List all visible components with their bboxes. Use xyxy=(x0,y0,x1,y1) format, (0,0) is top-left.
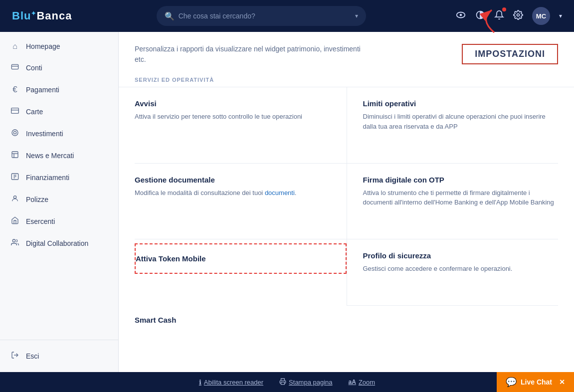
screen-reader-link[interactable]: ℹ Abilita screen reader xyxy=(199,379,263,386)
sidebar-item-carte[interactable]: Carte xyxy=(0,101,118,123)
gestione-title: Gestione documentale xyxy=(135,176,335,184)
sidebar-label-polizze: Polizze xyxy=(26,196,48,203)
service-limiti-operativi[interactable]: Limiti operativi Diminuisci i limiti ope… xyxy=(347,87,559,164)
zoom-link[interactable]: aA Zoom xyxy=(349,379,376,386)
service-profilo-sicurezza[interactable]: Profilo di sicurezza Gestisci come acced… xyxy=(347,239,559,306)
close-live-chat-icon[interactable]: ✕ xyxy=(559,378,565,386)
limiti-title: Limiti operativi xyxy=(363,99,559,108)
sidebar-label-esercenti: Esercenti xyxy=(26,217,55,225)
sidebar-label-carte: Carte xyxy=(26,108,43,116)
token-title: Attiva Token Mobile xyxy=(136,254,336,263)
search-input[interactable] xyxy=(179,12,351,20)
service-attiva-token-wrapper: Attiva Token Mobile xyxy=(135,239,347,306)
contrast-icon-button[interactable] xyxy=(475,10,485,22)
user-avatar-button[interactable]: MC xyxy=(532,7,550,25)
investimenti-icon xyxy=(10,129,20,139)
svg-rect-5 xyxy=(11,64,18,69)
main-layout: ⌂ Homepage Conti € Pagamenti Carte Inves… xyxy=(0,32,574,372)
service-firma-digitale[interactable]: Firma digitale con OTP Attiva lo strumen… xyxy=(347,164,559,240)
svg-rect-21 xyxy=(281,382,285,385)
logout-icon xyxy=(10,351,20,361)
impostazioni-header: Personalizza i rapporti da visualizzare … xyxy=(119,32,574,73)
limiti-description: Diminuisci i limiti operativi di alcune … xyxy=(363,112,559,131)
sidebar-item-news-mercati[interactable]: News e Mercati xyxy=(0,145,118,167)
conti-icon xyxy=(10,63,20,73)
search-dropdown-icon: ▾ xyxy=(355,12,358,19)
sidebar-item-homepage[interactable]: ⌂ Homepage xyxy=(0,36,118,57)
content-subtitle: Personalizza i rapporti da visualizzare … xyxy=(135,44,364,65)
sidebar-label-digital-collab: Digital Collaboration xyxy=(26,239,88,247)
finanziamenti-icon xyxy=(10,173,20,183)
svg-rect-7 xyxy=(11,108,19,114)
sidebar-label-esci: Esci xyxy=(26,352,39,360)
svg-point-1 xyxy=(460,13,462,16)
service-smart-cash[interactable]: Smart Cash xyxy=(135,306,347,356)
sidebar-label-pagamenti: Pagamenti xyxy=(26,86,59,94)
sidebar-label-conti: Conti xyxy=(26,64,42,72)
sidebar-label-investimenti: Investimenti xyxy=(26,130,63,138)
esercenti-icon xyxy=(10,216,20,226)
bottom-bar: ℹ Abilita screen reader Stampa pagina aA… xyxy=(0,372,574,392)
section-label-services: SERVIZI ED OPERATIVITÀ xyxy=(119,73,574,87)
digital-collab-icon xyxy=(10,238,20,248)
info-icon: ℹ xyxy=(199,379,201,386)
avvisi-description: Attiva il servizio per tenere sotto cont… xyxy=(135,112,335,122)
documenti-link[interactable]: documenti xyxy=(265,189,295,196)
search-bar[interactable]: 🔍 ▾ xyxy=(157,6,366,26)
top-navigation: Blu✦Banca 🔍 ▾ MC ▾ xyxy=(0,0,574,32)
live-chat-label: Live Chat xyxy=(521,378,552,386)
home-icon: ⌂ xyxy=(10,42,20,51)
firma-title: Firma digitale con OTP xyxy=(363,176,559,184)
svg-point-18 xyxy=(13,196,16,198)
smart-cash-title: Smart Cash xyxy=(135,316,335,324)
service-avvisi[interactable]: Avvisi Attiva il servizio per tenere sot… xyxy=(135,87,347,164)
profilo-description: Gestisci come accedere e confermare le o… xyxy=(363,264,559,274)
sidebar-item-conti[interactable]: Conti xyxy=(0,57,118,79)
sidebar-label-finanziamenti: Finanziamenti xyxy=(26,174,69,182)
service-attiva-token[interactable]: Attiva Token Mobile xyxy=(135,243,347,274)
sidebar: ⌂ Homepage Conti € Pagamenti Carte Inves… xyxy=(0,32,119,372)
settings-icon-button[interactable] xyxy=(513,10,523,22)
sidebar-bottom: Esci xyxy=(0,340,118,372)
carte-icon xyxy=(10,107,20,117)
zoom-icon: aA xyxy=(349,379,356,386)
sidebar-item-esercenti[interactable]: Esercenti xyxy=(0,210,118,232)
sidebar-item-polizze[interactable]: Polizze xyxy=(0,189,118,210)
svg-point-10 xyxy=(13,131,16,134)
main-content: Personalizza i rapporti da visualizzare … xyxy=(119,32,574,372)
service-gestione-documentale[interactable]: Gestione documentale Modifica le modalit… xyxy=(135,164,347,240)
svg-point-3 xyxy=(517,13,519,16)
live-chat-button[interactable]: 💬 Live Chat ✕ xyxy=(497,372,574,392)
notifications-icon-button[interactable] xyxy=(494,9,504,23)
sidebar-label-homepage: Homepage xyxy=(26,42,60,50)
sidebar-item-esci[interactable]: Esci xyxy=(10,346,108,366)
profilo-title: Profilo di sicurezza xyxy=(363,251,559,260)
news-icon xyxy=(10,151,20,161)
logo[interactable]: Blu✦Banca xyxy=(12,9,112,22)
nav-right-icons: MC ▾ xyxy=(455,7,562,25)
search-icon: 🔍 xyxy=(165,11,175,21)
impostazioni-badge: IMPOSTAZIONI xyxy=(462,44,558,64)
sidebar-label-news: News e Mercati xyxy=(26,152,74,160)
avvisi-title: Avvisi xyxy=(135,99,335,108)
service-grid: Avvisi Attiva il servizio per tenere sot… xyxy=(119,87,574,372)
svg-rect-11 xyxy=(12,152,18,158)
gestione-description: Modifica le modalità di consultazione de… xyxy=(135,188,335,198)
sidebar-item-finanziamenti[interactable]: Finanziamenti xyxy=(0,167,118,189)
logo-text: Blu✦Banca xyxy=(12,9,72,22)
pagamenti-icon: € xyxy=(10,85,20,95)
visibility-icon-button[interactable] xyxy=(455,9,466,23)
svg-point-19 xyxy=(12,239,15,242)
sidebar-item-pagamenti[interactable]: € Pagamenti xyxy=(0,79,118,101)
firma-description: Attiva lo strumento che ti permette di f… xyxy=(363,188,559,207)
svg-point-9 xyxy=(12,130,18,136)
sidebar-item-investimenti[interactable]: Investimenti xyxy=(0,123,118,145)
print-link[interactable]: Stampa pagina xyxy=(279,378,332,387)
print-icon xyxy=(279,378,286,387)
chat-bubble-icon: 💬 xyxy=(506,377,517,388)
polizze-icon xyxy=(10,195,20,204)
user-menu-chevron[interactable]: ▾ xyxy=(559,12,562,19)
notification-badge xyxy=(502,7,506,11)
sidebar-item-digital-collab[interactable]: Digital Collaboration xyxy=(0,232,118,254)
